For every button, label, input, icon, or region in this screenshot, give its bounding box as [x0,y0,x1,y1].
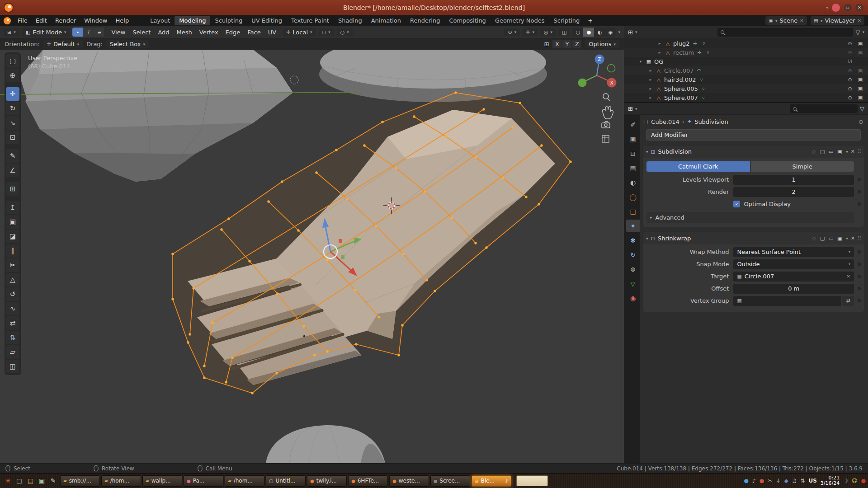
simple-button[interactable]: Simple [751,161,854,172]
taskbar-window-6hfte[interactable]: ● 6HFTe... [348,475,388,487]
outliner-item-label[interactable]: plug2 [673,40,690,47]
shrinkwrap-panel-header[interactable]: ▾ ⊓ Shrinkwrap ◇ ▢ ▭ ▣ ▾ ✕ [643,232,864,244]
show-render-toggle[interactable]: ▣ [836,149,843,155]
disclosure-icon[interactable]: ▸ [648,95,653,100]
outliner-row-rectum[interactable]: ▸ △ rectum ✛ ▿ ⊘ ▣ [624,48,868,57]
delete-modifier-button[interactable]: ✕ [851,149,855,155]
show-on-cage-toggle[interactable]: ◇ [810,149,817,155]
wrap-method-dropdown[interactable]: Nearest Surface Point ▾ [733,247,854,257]
updates-icon[interactable]: ↓ [776,478,780,484]
collapse-icon[interactable]: ▾ [646,150,648,154]
snap-mode-dropdown[interactable]: Outside ▾ [733,259,854,269]
notifier-icon[interactable]: ● [744,478,749,484]
particles-properties-tab[interactable]: ✱ [626,234,640,247]
viewlayer-remove-button[interactable]: ✕ [858,18,861,23]
scene-unlink-button[interactable]: ✕ [800,18,803,23]
render-levels-field[interactable]: 2 [733,187,854,197]
visibility-dropdown[interactable]: ⊙ ▾ [504,28,520,36]
decorator-dot[interactable] [854,250,864,253]
axis-y-negative-handle[interactable] [578,79,587,87]
gizmos-dropdown[interactable]: ✛ ▾ [522,28,538,36]
viewport-menu-view[interactable]: View [108,28,129,37]
offset-field[interactable]: 0 m [733,284,854,294]
outliner-item-label[interactable]: hair3d.002 [664,76,696,83]
show-realtime-toggle[interactable]: ▭ [827,235,835,241]
close-button[interactable]: ✕ [855,4,863,12]
overlays-dropdown[interactable]: ◎ ▾ [540,28,556,36]
render-visibility-icon[interactable]: ▣ [856,68,864,74]
workspace-tab-uv-editing[interactable]: UV Editing [247,16,287,25]
decorator-dot[interactable] [854,287,864,290]
decorator-dot[interactable] [854,178,864,181]
taskbar-window-untitled[interactable]: ▢ Untitl... [266,475,306,487]
object-properties-tab[interactable]: □ [626,205,640,218]
mode-selector[interactable]: ◧ Edit Mode ▾ [22,28,70,37]
constraints-properties-tab[interactable]: ⊗ [626,263,640,276]
properties-search[interactable] [790,104,858,113]
cursor-tool[interactable]: ⊕ [6,69,19,82]
snapping-selector[interactable]: ⊓ ▾ [319,28,334,36]
outliner-row-circle007[interactable]: ▸ △ Circle.007 ◠ ⊘ ▣ [624,66,868,75]
breadcrumb-object[interactable]: Cube.014 [651,118,679,125]
night-light-icon[interactable]: ☽ [843,478,848,484]
shading-rendered-button[interactable]: ◉ [605,28,616,37]
target-field[interactable]: ▦ Circle.007 ✕ [733,272,854,282]
render-visibility-icon[interactable]: ▣ [856,41,864,47]
viewport-3d[interactable]: ⊞ ▾ ◧ Edit Mode ▾ ∙ ∕ ▰ ViewSelectAddMes… [0,26,624,463]
visibility-eye-icon[interactable]: ⊙ [846,95,854,101]
menu-render[interactable]: Render [51,16,80,25]
blender-menu-icon[interactable] [4,17,11,24]
editor-type-button[interactable]: ⊞ ▾ [4,28,19,36]
disclosure-icon[interactable]: ▸ [648,86,653,91]
decorator-dot[interactable] [854,275,864,278]
render-properties-tab[interactable]: ▣ [626,133,640,145]
outliner-item-label[interactable]: Sphere.007 [664,94,698,101]
render-visibility-icon[interactable]: ▣ [856,95,864,101]
decorator-dot[interactable] [854,190,864,193]
disclosure-icon[interactable]: ▸ [657,41,662,46]
show-in-editmode-toggle[interactable]: ▢ [819,149,826,155]
workspace-tab-geometry-nodes[interactable]: Geometry Nodes [491,16,549,25]
workspace-tab-shading[interactable]: Shading [334,16,367,25]
breadcrumb-modifier[interactable]: Subdivision [694,118,728,125]
taskbar-window-scree[interactable]: ◼ Scree... [430,475,470,487]
loop-cut-tool[interactable]: ∥ [6,244,19,258]
keyboard-layout-indicator[interactable]: US [808,478,816,484]
outliner-row-hair3d002[interactable]: ▸ △ hair3d.002 ▿ ⊙ ▣ [624,75,868,84]
disclosure-icon[interactable]: ▸ [648,68,653,73]
transform-orientation-selector[interactable]: ✛ Local ▾ [283,28,316,37]
world-properties-tab[interactable]: ◯ [626,191,640,203]
decorator-dot[interactable] [854,299,864,302]
workspace-tab-rendering[interactable]: Rendering [406,16,444,25]
scale-tool[interactable]: ↘ [6,116,19,130]
outliner-row-og[interactable]: ▾ ▦ OG ☑ [624,57,868,66]
axis-x-toggle[interactable]: X [552,40,561,48]
outliner-row-plug2[interactable]: ▸ △ plug2 ✛ ▿ ⊙ ▣ [624,39,868,48]
levels-viewport-field[interactable]: 1 [733,175,854,185]
edge-slide-tool[interactable]: ⇄ [6,316,19,330]
poly-build-tool[interactable]: △ [6,273,19,286]
viewlayer-selector[interactable]: ▤ ▾ ViewLayer ✕ [811,16,864,25]
viewlayer-properties-tab[interactable]: ▤ [626,162,640,174]
viewport-menu-face[interactable]: Face [244,28,264,37]
options-dropdown[interactable]: Options ▾ [585,40,619,48]
outliner-search[interactable] [717,28,853,37]
visibility-eye-icon[interactable]: ⊙ [846,77,854,83]
pin-icon[interactable]: ⊙ [859,118,863,125]
modifier-name[interactable]: Subdivision [658,148,808,155]
emoji-icon[interactable]: ☺ [852,478,858,484]
drag-grip-icon[interactable]: ⠿ [858,149,861,155]
viewport-menu-edge[interactable]: Edge [222,28,244,37]
select-box-tool[interactable]: ▢ [6,54,19,68]
viewport-menu-add[interactable]: Add [154,28,173,37]
shading-wireframe-button[interactable]: ○ [572,28,583,37]
modifier-extras-caret[interactable]: ▾ [846,150,848,154]
extrude-tool[interactable]: ↥ [6,201,19,214]
clear-target-button[interactable]: ✕ [847,274,850,279]
disclosure-icon[interactable]: ▸ [657,50,662,55]
inset-tool[interactable]: ▣ [6,215,19,229]
menu-help[interactable]: Help [112,16,133,25]
minimize-button[interactable]: – [832,4,840,12]
disclosure-icon[interactable]: ▾ [638,59,643,64]
add-workspace-button[interactable]: + [584,16,596,25]
